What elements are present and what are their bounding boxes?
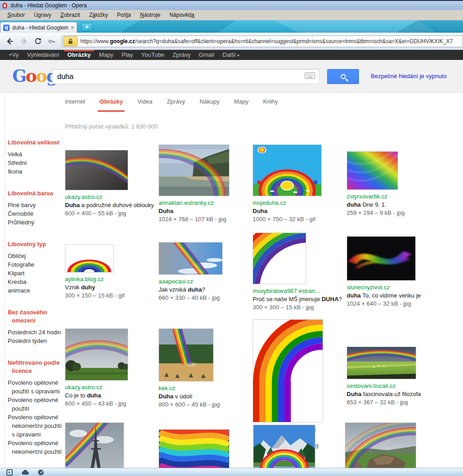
result-title: Duha fascinovala už filozofa (347, 390, 421, 398)
result-thumbnail-rainbow-arch-clipart[interactable] (65, 244, 114, 273)
result-title: Duha (159, 207, 229, 215)
result-title: Duha (253, 207, 322, 215)
result-title: Co je to duha (65, 392, 128, 400)
result-title: Duha a podružné duhové oblouky (65, 201, 154, 209)
result-site-link[interactable]: slunecnyzivot.cz (347, 283, 421, 292)
result-thumbnail-abstract-rainbow-feathers[interactable] (347, 151, 398, 190)
result-thumbnail-rainbow-svg-stripes[interactable] (253, 319, 323, 422)
result-title: Duha v údolí (159, 392, 220, 401)
result-caption: msvybiralova967.estran...Proč se naše MŠ… (253, 287, 342, 312)
result-meta: 1024 × 640 – 32 kB - jpg (347, 300, 421, 308)
result-site-link[interactable]: kek.cz (159, 384, 220, 392)
result-meta: 259 × 194 – 9 kB - jpg (347, 209, 405, 217)
result-caption: annaklan.estranky.czDuha1024 × 768 – 107… (159, 199, 229, 223)
result-item: aylinka.blog.czVznik duhy300 × 150 – 15 … (65, 244, 124, 300)
result-item: kek.czDuha v údolí800 × 600 – 45 kB - jp… (159, 328, 220, 409)
panel-toggle-icon (6, 469, 13, 476)
result-caption: cestovani.tiscali.czDuha fascinovala už … (347, 382, 421, 407)
result-title: Vznik duhy (65, 283, 124, 292)
result-caption: ukazy.astro.czDuha a podružné duhové obl… (65, 193, 154, 218)
result-item: ukazy.astro.czDuha a podružné duhové obl… (65, 150, 154, 218)
opera-window: duha - Hledat Googlem - Opera SouborÚpra… (0, 0, 463, 476)
result-item: ukazy.astro.czCo je to duha600 × 450 – 4… (65, 328, 128, 408)
result-site-link[interactable]: ukazy.astro.cz (65, 383, 128, 392)
result-item: cestovani.tiscali.czDuha fascinovala už … (347, 347, 421, 407)
turbo-gauge-icon (38, 469, 44, 476)
result-site-link[interactable]: mojeduha.cz (253, 199, 322, 207)
opera-link-button[interactable] (21, 469, 30, 475)
result-caption: zstyrsovarbk.czduha Dne 9. 1.259 × 194 –… (347, 193, 405, 217)
result-thumbnail-rainbow-smoke-dark[interactable] (347, 236, 416, 281)
result-site-link[interactable]: cestovani.tiscali.cz (347, 382, 421, 390)
result-title: Jak vzniká duha? (159, 286, 223, 294)
opera-turbo-button[interactable] (38, 469, 44, 476)
result-thumbnail-rainbow-in-blue-sky[interactable] (159, 242, 223, 275)
result-meta: 600 × 450 – 43 kB - jpg (65, 400, 128, 408)
result-item: aaapocasi.czJak vzniká duha?660 × 330 – … (159, 242, 223, 302)
result-thumbnail-rainbow-band-dark-sky[interactable] (65, 150, 128, 190)
result-thumbnail-rainbow-over-green-fields[interactable] (347, 347, 416, 379)
result-site-link[interactable]: ukazy.astro.cz (65, 193, 154, 201)
status-bar (0, 468, 463, 476)
result-thumbnail-cartoon-rainbow-blue-sky[interactable] (253, 144, 322, 196)
result-meta: 653 × 367 – 32 kB - jpg (347, 398, 421, 407)
result-caption: aylinka.blog.czVznik duhy300 × 150 – 15 … (65, 275, 124, 300)
result-thumbnail-rainbow-over-forest-valley[interactable] (159, 328, 214, 382)
panel-toggle-button[interactable] (6, 469, 13, 476)
result-caption: slunecnyzivot.czduha To, co vidíme venku… (347, 283, 421, 308)
result-thumbnail-rainbow-over-sea-cliffs[interactable] (159, 144, 229, 196)
result-caption: mojeduha.czDuha1000 × 750 – 32 kB - gif (253, 199, 322, 223)
result-meta: 300 × 150 – 15 kB - gif (65, 292, 124, 300)
result-meta: 600 × 400 – 55 kB - jpg (65, 209, 154, 218)
result-site-link[interactable]: annaklan.estranky.cz (159, 199, 229, 207)
result-site-link[interactable]: aylinka.blog.cz (65, 275, 124, 283)
cloud-sync-icon (21, 469, 30, 475)
result-meta: 1024 × 768 – 107 kB - jpg (159, 215, 229, 223)
result-site-link[interactable]: aaapocasi.cz (159, 278, 223, 286)
result-meta: 660 × 330 – 40 kB - jpg (159, 294, 223, 302)
result-thumbnail-rainbow-over-trees[interactable] (65, 328, 128, 381)
result-meta: 1000 × 750 – 32 kB - gif (253, 215, 322, 223)
result-meta: 800 × 600 – 45 kB - jpg (159, 401, 220, 409)
result-item: annaklan.estranky.czDuha1024 × 768 – 107… (159, 144, 229, 223)
result-title: Proč se naše MŠ jmenuje DUHA? (253, 295, 342, 303)
result-title: duha To, co vidíme venku je (347, 292, 421, 300)
result-item: mojeduha.czDuha1000 × 750 – 32 kB - gif (253, 144, 322, 223)
result-item: zstyrsovarbk.czduha Dne 9. 1.259 × 194 –… (347, 151, 405, 217)
result-caption: kek.czDuha v údolí800 × 600 – 45 kB - jp… (159, 384, 220, 409)
result-item: msvybiralova967.estran...Proč se naše MŠ… (253, 233, 342, 312)
result-meta: 300 × 300 – 15 kB - jpg (253, 303, 342, 312)
result-caption: aaapocasi.czJak vzniká duha?660 × 330 – … (159, 278, 223, 302)
result-item: slunecnyzivot.czduha To, co vidíme venku… (347, 236, 421, 308)
result-site-link[interactable]: msvybiralova967.estran... (253, 287, 342, 295)
results-grid: ukazy.astro.czDuha a podružné duhové obl… (0, 0, 463, 476)
result-title: duha Dne 9. 1. (347, 201, 405, 209)
result-thumbnail-quarter-rainbow-clipart[interactable] (253, 233, 306, 284)
result-caption: ukazy.astro.czCo je to duha600 × 450 – 4… (65, 383, 128, 408)
result-site-link[interactable]: zstyrsovarbk.cz (347, 193, 405, 201)
